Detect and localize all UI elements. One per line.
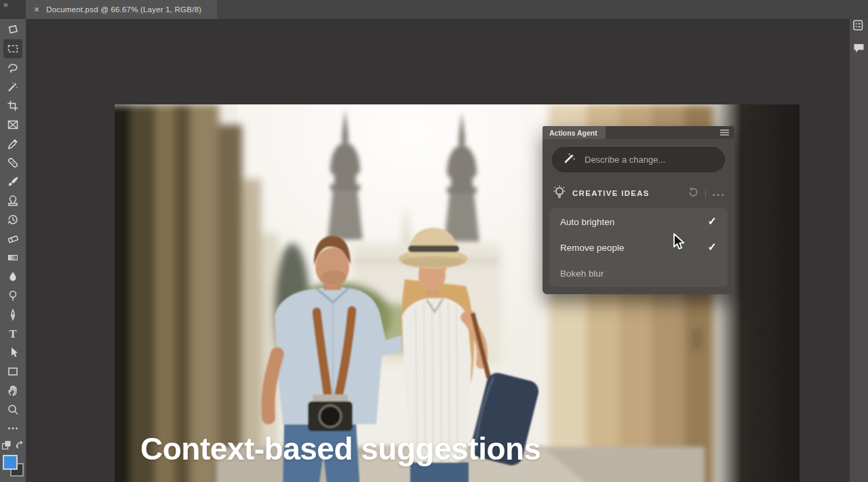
refresh-icon[interactable]	[688, 186, 699, 201]
comments-icon[interactable]	[853, 43, 865, 56]
double-chevron-icon: »	[3, 0, 8, 9]
suggestion-item[interactable]: Auto brighten✓	[549, 209, 728, 235]
document-tab-title: Document.psd @ 66.67% (Layer 1, RGB/8)	[46, 5, 201, 14]
history-brush-tool[interactable]	[3, 210, 22, 229]
magic-wand-tool[interactable]	[3, 77, 22, 96]
blur-tool[interactable]	[3, 267, 22, 286]
check-icon: ✓	[708, 216, 717, 227]
gradient-tool[interactable]	[3, 248, 22, 267]
magic-wand-icon	[563, 152, 576, 167]
close-tab-icon[interactable]: ×	[34, 5, 39, 14]
eraser-tool[interactable]	[3, 229, 22, 248]
color-controls	[0, 440, 26, 478]
canvas-caption: Context-based suggestions	[140, 430, 541, 467]
tools-panel: T	[0, 19, 26, 482]
default-colors-icon[interactable]	[2, 440, 11, 452]
suggestion-label: Auto brighten	[560, 217, 614, 227]
mouse-cursor	[670, 233, 688, 254]
edit-toolbar[interactable]	[3, 419, 22, 438]
path-selection-tool[interactable]	[3, 343, 22, 362]
actions-agent-header[interactable]: Actions Agent	[542, 126, 734, 139]
frame-tool[interactable]	[3, 115, 22, 134]
describe-change-input[interactable]	[583, 154, 714, 165]
swap-colors-icon[interactable]	[15, 440, 24, 452]
divider	[705, 188, 706, 198]
actions-agent-panel: Actions Agent CREATIVE IDEAS	[542, 126, 734, 294]
suggestion-item[interactable]: Bokeh blur	[549, 260, 728, 286]
right-panel-dock	[850, 14, 868, 482]
more-options-icon[interactable]	[712, 187, 724, 199]
suggestion-label: Bokeh blur	[560, 268, 604, 279]
foreground-color-swatch[interactable]	[3, 455, 18, 470]
suggestion-item[interactable]: Remove people✓	[549, 235, 728, 260]
brush-tool[interactable]	[3, 172, 22, 191]
creative-ideas-header: CREATIVE IDEAS	[553, 185, 724, 201]
suggestions-list: Auto brighten✓Remove people✓Bokeh blur	[549, 208, 728, 287]
eyedropper-tool[interactable]	[3, 134, 22, 153]
toolbar-collapse-chevron[interactable]: »	[0, 0, 26, 19]
creative-ideas-title: CREATIVE IDEAS	[572, 189, 688, 197]
hand-tool[interactable]	[3, 381, 22, 400]
document-tab-bar: » × Document.psd @ 66.67% (Layer 1, RGB/…	[0, 0, 868, 19]
crop-tool[interactable]	[3, 96, 22, 115]
suggestion-label: Remove people	[560, 243, 625, 253]
type-tool[interactable]: T	[3, 324, 22, 343]
properties-panel-icon[interactable]	[853, 20, 865, 34]
lasso-tool[interactable]	[3, 58, 22, 77]
dodge-tool[interactable]	[3, 286, 22, 305]
actions-agent-title: Actions Agent	[549, 129, 597, 137]
check-icon: ✓	[708, 242, 717, 253]
actions-agent-tab[interactable]: Actions Agent	[542, 126, 606, 139]
lightbulb-icon	[553, 185, 566, 201]
zoom-tool[interactable]	[3, 400, 22, 419]
describe-change-input-wrap[interactable]	[552, 147, 725, 172]
rectangle-tool[interactable]	[3, 362, 22, 381]
pen-tool[interactable]	[3, 305, 22, 324]
document-tab[interactable]: × Document.psd @ 66.67% (Layer 1, RGB/8)	[26, 0, 217, 19]
svg-text:T: T	[9, 328, 17, 340]
clone-stamp-tool[interactable]	[3, 191, 22, 210]
panel-menu-icon[interactable]	[720, 129, 729, 136]
spot-healing-brush-tool[interactable]	[3, 153, 22, 172]
move-tool[interactable]	[3, 20, 22, 39]
rectangular-marquee-tool[interactable]	[3, 39, 22, 58]
tool-list: T	[3, 20, 22, 438]
